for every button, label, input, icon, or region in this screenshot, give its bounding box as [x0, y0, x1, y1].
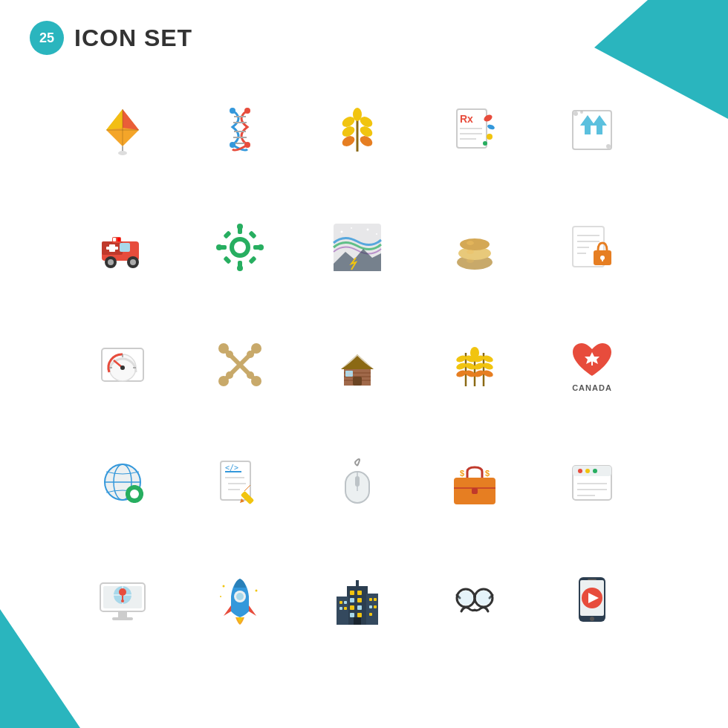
svg-point-211	[458, 591, 473, 605]
svg-point-64	[216, 244, 222, 250]
icon-global-settings[interactable]	[74, 434, 171, 530]
svg-point-75	[467, 241, 474, 245]
svg-point-164	[593, 469, 597, 473]
svg-point-138	[130, 490, 139, 498]
svg-rect-203	[374, 605, 377, 608]
svg-rect-216	[588, 579, 597, 580]
svg-rect-61	[248, 256, 256, 264]
svg-point-31	[487, 123, 495, 130]
icon-potato[interactable]	[426, 199, 523, 296]
svg-point-215	[590, 617, 594, 621]
icon-aurora[interactable]	[309, 199, 406, 296]
svg-rect-202	[369, 605, 372, 608]
icon-canada[interactable]: CANADA	[544, 316, 640, 413]
icon-log-cabin[interactable]	[309, 316, 406, 413]
svg-rect-189	[350, 605, 354, 610]
svg-point-68	[341, 231, 343, 233]
svg-rect-139	[133, 485, 136, 490]
svg-point-77	[467, 259, 474, 263]
svg-point-107	[341, 353, 344, 356]
icon-prescription[interactable]: Rx	[426, 82, 523, 178]
svg-rect-170	[118, 611, 127, 617]
svg-point-162	[578, 469, 582, 473]
icon-building[interactable]	[309, 551, 406, 648]
svg-point-13	[230, 108, 235, 114]
icon-monitor-pin[interactable]	[74, 551, 171, 648]
icon-kite[interactable]	[74, 82, 171, 178]
svg-point-37	[573, 111, 578, 116]
svg-rect-192	[357, 613, 362, 617]
icon-rocket[interactable]	[192, 551, 288, 648]
svg-rect-156	[472, 488, 478, 494]
svg-point-102	[226, 371, 233, 379]
svg-rect-58	[223, 230, 231, 238]
svg-text:</>: </>	[225, 464, 238, 472]
svg-rect-133	[591, 361, 593, 365]
svg-point-176	[121, 599, 124, 602]
svg-point-97	[247, 371, 254, 379]
svg-point-106	[371, 345, 374, 347]
svg-rect-193	[354, 617, 361, 625]
icon-wheat[interactable]	[309, 82, 406, 178]
svg-point-24	[353, 108, 362, 121]
svg-marker-180	[249, 605, 256, 616]
icon-speedometer[interactable]	[74, 316, 171, 413]
svg-rect-186	[357, 591, 362, 595]
icon-ambulance[interactable]	[74, 199, 171, 296]
svg-point-15	[230, 142, 235, 148]
icon-secure-doc[interactable]	[544, 199, 640, 296]
icon-mustache-glasses[interactable]	[426, 551, 523, 648]
icon-code-doc[interactable]: </>	[192, 434, 288, 530]
svg-rect-141	[126, 493, 130, 495]
svg-point-183	[220, 596, 221, 597]
svg-rect-187	[350, 598, 354, 602]
svg-point-74	[460, 238, 490, 250]
svg-point-103	[355, 346, 360, 351]
svg-point-14	[244, 108, 250, 114]
svg-text:Rx: Rx	[460, 113, 473, 125]
svg-point-89	[120, 365, 125, 370]
svg-rect-85	[602, 258, 603, 261]
svg-point-32	[487, 134, 493, 140]
svg-text:$: $	[485, 469, 490, 478]
icon-mobile-play[interactable]	[544, 551, 640, 648]
svg-point-65	[258, 244, 264, 250]
svg-rect-188	[357, 598, 362, 602]
icon-wheat2[interactable]	[426, 316, 523, 413]
svg-rect-201	[374, 598, 377, 601]
svg-rect-60	[223, 256, 231, 264]
svg-rect-198	[344, 607, 347, 610]
svg-point-104	[365, 350, 368, 353]
svg-rect-59	[248, 230, 256, 238]
icons-grid: Rx	[74, 82, 654, 661]
svg-point-212	[476, 591, 491, 605]
icon-mouse[interactable]	[309, 434, 406, 530]
svg-rect-200	[369, 598, 372, 601]
svg-point-175	[119, 588, 126, 596]
icon-bones[interactable]	[192, 316, 288, 413]
svg-rect-194	[337, 597, 348, 625]
icon-upload-file[interactable]	[544, 82, 640, 178]
svg-point-16	[244, 142, 250, 148]
svg-rect-51	[117, 238, 120, 241]
svg-marker-108	[341, 354, 374, 369]
svg-rect-113	[353, 377, 362, 386]
svg-point-46	[108, 259, 114, 265]
svg-point-95	[226, 351, 233, 358]
svg-rect-34	[573, 111, 611, 149]
canada-label: CANADA	[572, 383, 612, 392]
svg-point-178	[236, 593, 244, 600]
svg-rect-190	[357, 605, 362, 610]
svg-rect-50	[113, 238, 116, 241]
svg-point-71	[376, 233, 377, 235]
icon-dna[interactable]	[192, 82, 288, 178]
svg-marker-179	[224, 605, 231, 616]
svg-rect-191	[350, 613, 354, 617]
svg-rect-44	[120, 243, 130, 252]
icon-browser[interactable]	[544, 434, 640, 530]
svg-rect-142	[139, 493, 143, 495]
svg-rect-171	[112, 617, 133, 620]
icon-briefcase-money[interactable]: $ $	[426, 434, 523, 530]
icon-virus-gear[interactable]	[192, 199, 288, 296]
svg-point-100	[247, 351, 254, 358]
